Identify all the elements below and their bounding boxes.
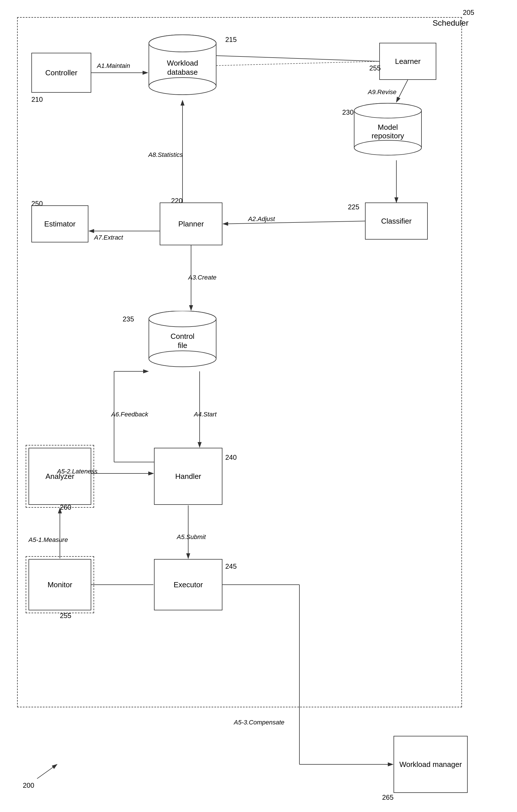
scheduler-label: Scheduler: [433, 19, 468, 28]
handler-label: Handler: [175, 472, 201, 481]
svg-text:Workload: Workload: [167, 59, 198, 67]
arrow-a53-label: A5-3.Compensate: [234, 719, 284, 726]
arrow-a7-label: A7.Extract: [94, 234, 123, 241]
ref-220: 220: [171, 197, 182, 205]
workload-db-cylinder: Workload database: [148, 34, 217, 100]
svg-point-8: [354, 140, 422, 155]
arrow-a4-label: A4.Start: [194, 411, 217, 418]
svg-point-9: [354, 103, 422, 118]
svg-text:Control: Control: [171, 332, 195, 341]
ref-230: 230: [342, 108, 353, 116]
monitor-label: Monitor: [48, 580, 73, 589]
workload-mgr-box: Workload manager: [394, 736, 468, 793]
svg-point-3: [149, 35, 216, 52]
ref-255-monitor: 255: [60, 612, 71, 620]
ref-225: 225: [348, 203, 359, 211]
ref-205: 205: [463, 8, 474, 17]
svg-point-14: [149, 351, 216, 367]
control-file-cylinder: Control file: [148, 311, 217, 371]
arrow-a52-label: A5-2.Lateness: [57, 468, 97, 475]
planner-box: Planner: [160, 203, 223, 245]
classifier-label: Classifier: [381, 217, 412, 226]
arrow-a2-label: A2.Adjust: [248, 215, 275, 223]
ref-250: 250: [31, 200, 43, 208]
estimator-label: Estimator: [44, 220, 76, 228]
controller-box: Controller: [31, 53, 91, 93]
estimator-box: Estimator: [31, 205, 88, 242]
svg-text:database: database: [167, 68, 198, 77]
arrow-a51-label: A5-1.Measure: [29, 536, 68, 544]
arrow-a1-label: A1.Maintain: [97, 62, 130, 69]
ref-240: 240: [225, 454, 237, 462]
ref-215: 215: [225, 36, 237, 44]
ref-260: 260: [60, 503, 71, 512]
classifier-box: Classifier: [365, 203, 428, 239]
controller-label: Controller: [45, 68, 78, 77]
ref-210: 210: [31, 95, 43, 104]
ref-265: 265: [382, 793, 394, 802]
learner-box: Learner: [379, 43, 436, 80]
executor-box: Executor: [154, 559, 223, 610]
ref-200: 200: [23, 781, 34, 789]
planner-label: Planner: [178, 220, 204, 228]
arrow-a9-label: A9.Revise: [368, 88, 396, 96]
svg-text:Model: Model: [378, 123, 398, 132]
ref-255-learner: 255: [369, 64, 381, 72]
ref-235: 235: [123, 315, 134, 323]
ref-245: 245: [225, 562, 237, 571]
svg-text:file: file: [178, 341, 187, 350]
svg-text:repository: repository: [372, 132, 404, 140]
svg-point-2: [149, 78, 216, 95]
handler-box: Handler: [154, 448, 223, 505]
workload-mgr-label: Workload manager: [399, 760, 462, 769]
diagram-container: 200 205 Scheduler Controller 210 Workloa…: [0, 0, 517, 812]
svg-line-39: [37, 764, 57, 779]
monitor-box: Monitor: [29, 559, 91, 610]
analyzer-box: Analyzer: [29, 448, 91, 505]
executor-label: Executor: [174, 580, 203, 589]
model-repo-cylinder: Model repository: [353, 103, 422, 160]
arrow-a6-label: A6.Feedback: [111, 411, 148, 418]
arrow-a5-label: A5.Submit: [177, 533, 206, 541]
arrow-a8-label: A8.Statistics: [148, 151, 183, 158]
svg-point-15: [149, 311, 216, 327]
arrow-a3-label: A3.Create: [188, 274, 217, 281]
learner-label: Learner: [395, 57, 421, 66]
